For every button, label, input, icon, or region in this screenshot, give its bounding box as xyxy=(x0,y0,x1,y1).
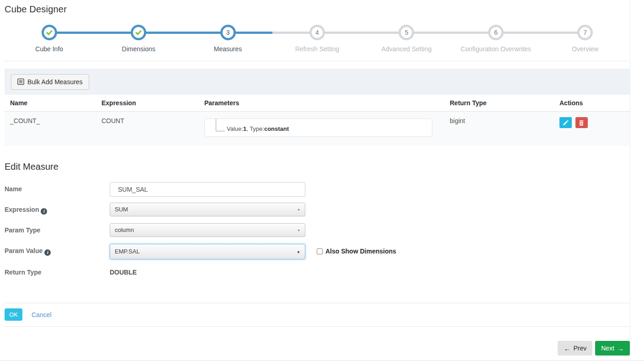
stepper-divider xyxy=(5,61,630,61)
param-type-selected-value: column xyxy=(115,226,134,233)
also-show-dimensions-checkbox[interactable] xyxy=(317,248,323,254)
wizard-navigation: ← Prev Next → xyxy=(558,341,630,356)
wizard-stepper: Cube Info Dimensions 3 Measures 4 Refres… xyxy=(5,22,630,53)
expression-label-text: Expression xyxy=(5,206,39,213)
parameter-value-text: Value:1, Type:constant xyxy=(227,125,289,132)
check-icon xyxy=(45,28,53,37)
step-label: Refresh Setting xyxy=(272,45,362,53)
prev-button[interactable]: ← Prev xyxy=(558,341,592,356)
next-button-label: Next xyxy=(601,345,614,352)
param-type-label: Param Type xyxy=(5,223,110,234)
tree-branch-line xyxy=(216,119,225,131)
measures-toolbar: Bulk Add Measures xyxy=(5,69,630,95)
return-type-label: Return Type xyxy=(5,265,110,276)
content-right-edge xyxy=(630,0,630,361)
stepper-step-overview[interactable]: 7 Overview xyxy=(541,22,630,53)
step-circle-7: 7 xyxy=(577,25,593,40)
step-number: 7 xyxy=(583,29,587,36)
stepper-step-advanced-setting[interactable]: 5 Advanced Setting xyxy=(362,22,451,53)
step-circle-4: 4 xyxy=(309,25,325,40)
param-type: constant xyxy=(264,125,289,132)
column-header-parameters: Parameters xyxy=(199,95,444,111)
expression-selected-value: SUM xyxy=(115,206,128,213)
arrow-left-icon: ← xyxy=(564,345,570,352)
info-icon[interactable]: i xyxy=(44,249,51,256)
expression-select[interactable]: SUM ▼ xyxy=(110,203,305,216)
measure-name-cell: _COUNT_ xyxy=(5,112,96,146)
delete-measure-button[interactable] xyxy=(575,117,588,128)
stepper-step-dimensions[interactable]: Dimensions xyxy=(94,22,183,53)
next-button[interactable]: Next → xyxy=(595,341,630,356)
stepper-step-refresh-setting[interactable]: 4 Refresh Setting xyxy=(272,22,362,53)
bulk-add-measures-label: Bulk Add Measures xyxy=(27,78,83,86)
edit-measure-heading: Edit Measure xyxy=(5,162,630,172)
param-type-select[interactable]: column ▼ xyxy=(110,223,305,237)
ok-button[interactable]: OK xyxy=(5,308,22,321)
column-header-name: Name xyxy=(5,95,96,111)
step-label: Measures xyxy=(183,45,272,53)
cancel-link[interactable]: Cancel xyxy=(32,311,52,318)
stepper-step-measures[interactable]: 3 Measures xyxy=(183,22,272,53)
measure-return-type-cell: bigint xyxy=(444,112,554,146)
chevron-down-icon: ▼ xyxy=(297,229,300,232)
edit-measure-form: Name Expressioni SUM ▼ Param Type column… xyxy=(5,182,630,280)
param-value-selected-value: EMP.SAL xyxy=(115,248,140,255)
param-value-label: Param Valuei xyxy=(5,244,110,256)
chevron-down-icon: ▼ xyxy=(297,208,300,211)
also-show-dimensions-label: Also Show Dimensions xyxy=(325,248,396,255)
expression-label: Expressioni xyxy=(5,203,110,215)
step-label: Advanced Setting xyxy=(362,45,451,53)
bottom-divider xyxy=(0,360,644,361)
expression-field-row: Expressioni SUM ▼ xyxy=(5,203,630,217)
param-value-field-row: Param Valuei EMP.SAL ▼ Also Show Dimensi… xyxy=(5,244,630,259)
param-value-label: Value: xyxy=(227,125,243,132)
chevron-down-icon: ▼ xyxy=(297,250,300,254)
bulk-add-measures-button[interactable]: Bulk Add Measures xyxy=(11,74,89,90)
measure-expression-cell: COUNT xyxy=(96,112,199,146)
pencil-icon xyxy=(563,120,569,126)
step-label: Dimensions xyxy=(94,45,183,53)
stepper-step-cube-info[interactable]: Cube Info xyxy=(5,22,94,53)
step-circle-3: 3 xyxy=(220,25,236,40)
prev-button-label: Prev xyxy=(573,345,586,352)
step-circle-1 xyxy=(42,25,57,40)
step-number: 3 xyxy=(226,29,230,36)
param-type-field-row: Param Type column ▼ xyxy=(5,223,630,238)
name-label: Name xyxy=(5,182,110,193)
column-header-return-type: Return Type xyxy=(444,95,554,111)
param-value-select[interactable]: EMP.SAL ▼ xyxy=(110,244,305,259)
trash-icon xyxy=(579,120,584,126)
step-number: 4 xyxy=(315,29,319,36)
step-number: 6 xyxy=(494,29,498,36)
info-icon[interactable]: i xyxy=(41,208,47,215)
check-icon xyxy=(134,28,143,37)
param-type-label: , Type: xyxy=(246,125,264,132)
param-value-label-text: Param Value xyxy=(5,247,43,254)
return-type-value: DOUBLE xyxy=(110,265,137,276)
cube-designer-page: Cube Designer Cube Info Dimensions 3 xyxy=(0,0,644,361)
return-type-field-row: Return Type DOUBLE xyxy=(5,265,630,280)
step-label: Configuration Overwrites xyxy=(451,45,540,53)
also-show-dimensions-group: Also Show Dimensions xyxy=(317,244,396,255)
measure-name-input[interactable] xyxy=(110,182,305,197)
list-alt-icon xyxy=(17,78,24,85)
measure-parameters-cell: Value:1, Type:constant xyxy=(199,112,444,146)
edit-measure-actions: OK Cancel xyxy=(5,303,630,327)
name-field-row: Name xyxy=(5,182,630,197)
column-header-actions: Actions xyxy=(554,95,630,111)
page-title: Cube Designer xyxy=(5,0,630,15)
step-circle-6: 6 xyxy=(488,25,504,40)
step-label: Cube Info xyxy=(5,45,94,53)
step-label: Overview xyxy=(541,45,630,53)
edit-measure-button[interactable] xyxy=(559,117,572,128)
measures-table-header: Name Expression Parameters Return Type A… xyxy=(5,95,630,112)
measure-table-row: _COUNT_ COUNT Value:1, Type:constant big… xyxy=(5,112,630,146)
parameters-box: Value:1, Type:constant xyxy=(204,119,432,137)
stepper-step-configuration-overwrites[interactable]: 6 Configuration Overwrites xyxy=(451,22,540,53)
column-header-expression: Expression xyxy=(96,95,199,111)
step-number: 5 xyxy=(404,29,408,36)
step-circle-5: 5 xyxy=(399,25,414,40)
step-circle-2 xyxy=(131,25,146,40)
arrow-right-icon: → xyxy=(617,345,624,352)
measure-actions-cell xyxy=(554,112,630,146)
